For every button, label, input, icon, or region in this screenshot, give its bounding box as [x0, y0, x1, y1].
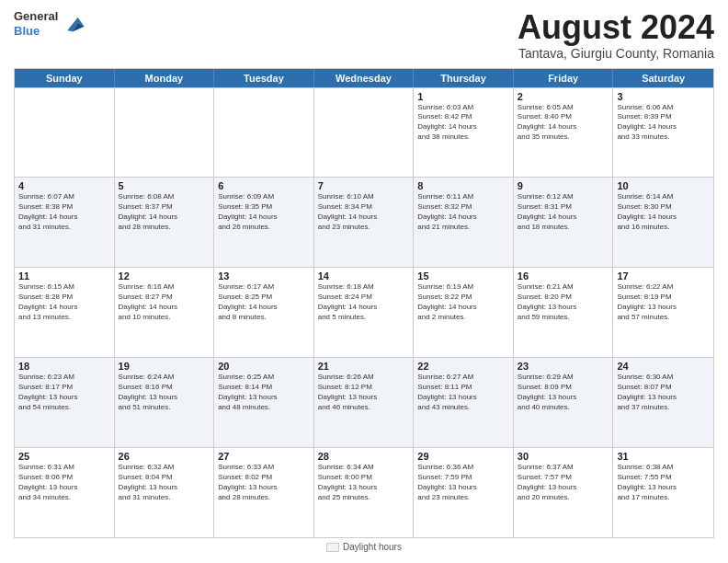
day-number: 7 [318, 180, 410, 191]
day-number: 15 [417, 270, 509, 282]
day-number: 17 [617, 270, 710, 282]
day-number: 1 [417, 91, 509, 102]
day-number: 30 [518, 451, 609, 462]
cell-info: Sunrise: 6:17 AM Sunset: 8:25 PM Dayligh… [218, 282, 310, 322]
cell-info: Sunrise: 6:34 AM Sunset: 8:00 PM Dayligh… [318, 463, 410, 502]
day-number: 6 [218, 180, 310, 191]
calendar-cell [314, 88, 415, 178]
cell-info: Sunrise: 6:25 AM Sunset: 8:14 PM Dayligh… [218, 373, 310, 412]
calendar-cell: 27Sunrise: 6:33 AM Sunset: 8:02 PM Dayli… [214, 448, 314, 537]
day-number: 3 [617, 91, 710, 102]
day-number: 19 [119, 361, 210, 372]
cell-info: Sunrise: 6:21 AM Sunset: 8:20 PM Dayligh… [518, 282, 609, 322]
legend: Daylight hours [326, 542, 402, 552]
location: Tantava, Giurgiu County, Romania [518, 46, 714, 61]
cell-info: Sunrise: 6:12 AM Sunset: 8:31 PM Dayligh… [518, 192, 609, 232]
calendar-cell: 12Sunrise: 6:16 AM Sunset: 8:27 PM Dayli… [115, 268, 215, 357]
calendar-row: 18Sunrise: 6:23 AM Sunset: 8:17 PM Dayli… [15, 357, 713, 447]
calendar-row: 1Sunrise: 6:03 AM Sunset: 8:42 PM Daylig… [15, 87, 713, 178]
cell-info: Sunrise: 6:05 AM Sunset: 8:40 PM Dayligh… [518, 103, 609, 143]
cell-info: Sunrise: 6:29 AM Sunset: 8:09 PM Dayligh… [518, 373, 609, 412]
calendar-cell: 18Sunrise: 6:23 AM Sunset: 8:17 PM Dayli… [15, 358, 115, 447]
calendar-cell: 17Sunrise: 6:22 AM Sunset: 8:19 PM Dayli… [613, 268, 713, 357]
day-number: 14 [318, 270, 410, 282]
cell-info: Sunrise: 6:06 AM Sunset: 8:39 PM Dayligh… [617, 103, 710, 143]
calendar-cell: 13Sunrise: 6:17 AM Sunset: 8:25 PM Dayli… [214, 268, 314, 357]
cell-info: Sunrise: 6:33 AM Sunset: 8:02 PM Dayligh… [218, 463, 310, 502]
calendar-cell: 26Sunrise: 6:32 AM Sunset: 8:04 PM Dayli… [115, 448, 215, 537]
weekday-header: Friday [514, 69, 614, 87]
legend-color [326, 543, 339, 552]
cell-info: Sunrise: 6:16 AM Sunset: 8:27 PM Dayligh… [119, 282, 210, 322]
day-number: 11 [18, 270, 110, 282]
cell-info: Sunrise: 6:07 AM Sunset: 8:38 PM Dayligh… [18, 192, 110, 232]
weekday-header: Sunday [15, 69, 115, 87]
calendar-cell [214, 88, 314, 178]
day-number: 4 [18, 180, 110, 191]
cell-info: Sunrise: 6:10 AM Sunset: 8:34 PM Dayligh… [318, 192, 410, 232]
footer: Daylight hours [14, 538, 714, 554]
header: General Blue August 2024 Tantava, Giurgi… [14, 9, 714, 61]
logo-text: General Blue [14, 9, 58, 38]
cell-info: Sunrise: 6:19 AM Sunset: 8:22 PM Dayligh… [417, 282, 509, 322]
month-title: August 2024 [518, 9, 714, 46]
calendar: SundayMondayTuesdayWednesdayThursdayFrid… [14, 68, 714, 538]
weekday-header: Saturday [613, 69, 713, 87]
cell-info: Sunrise: 6:26 AM Sunset: 8:12 PM Dayligh… [318, 373, 410, 412]
day-number: 5 [119, 180, 210, 191]
legend-label: Daylight hours [343, 542, 402, 552]
day-number: 23 [518, 361, 609, 372]
calendar-row: 25Sunrise: 6:31 AM Sunset: 8:06 PM Dayli… [15, 447, 713, 537]
calendar-cell: 4Sunrise: 6:07 AM Sunset: 8:38 PM Daylig… [15, 178, 115, 267]
day-number: 31 [617, 451, 710, 462]
cell-info: Sunrise: 6:15 AM Sunset: 8:28 PM Dayligh… [18, 282, 110, 322]
day-number: 18 [18, 361, 110, 372]
calendar-cell: 24Sunrise: 6:30 AM Sunset: 8:07 PM Dayli… [613, 358, 713, 447]
calendar-cell [115, 88, 215, 178]
calendar-cell [15, 88, 115, 178]
calendar-cell: 1Sunrise: 6:03 AM Sunset: 8:42 PM Daylig… [414, 88, 514, 178]
calendar-cell: 5Sunrise: 6:08 AM Sunset: 8:37 PM Daylig… [115, 178, 215, 267]
calendar-cell: 2Sunrise: 6:05 AM Sunset: 8:40 PM Daylig… [514, 88, 614, 178]
day-number: 2 [518, 91, 609, 102]
cell-info: Sunrise: 6:03 AM Sunset: 8:42 PM Dayligh… [417, 103, 509, 143]
calendar-cell: 3Sunrise: 6:06 AM Sunset: 8:39 PM Daylig… [613, 88, 713, 178]
cell-info: Sunrise: 6:36 AM Sunset: 7:59 PM Dayligh… [417, 463, 509, 502]
cell-info: Sunrise: 6:24 AM Sunset: 8:16 PM Dayligh… [119, 373, 210, 412]
day-number: 26 [119, 451, 210, 462]
weekday-header: Wednesday [314, 69, 415, 87]
calendar-cell: 14Sunrise: 6:18 AM Sunset: 8:24 PM Dayli… [314, 268, 415, 357]
calendar-cell: 29Sunrise: 6:36 AM Sunset: 7:59 PM Dayli… [414, 448, 514, 537]
day-number: 8 [417, 180, 509, 191]
calendar-cell: 20Sunrise: 6:25 AM Sunset: 8:14 PM Dayli… [214, 358, 314, 447]
calendar-cell: 11Sunrise: 6:15 AM Sunset: 8:28 PM Dayli… [15, 268, 115, 357]
calendar-cell: 19Sunrise: 6:24 AM Sunset: 8:16 PM Dayli… [115, 358, 215, 447]
cell-info: Sunrise: 6:23 AM Sunset: 8:17 PM Dayligh… [18, 373, 110, 412]
cell-info: Sunrise: 6:22 AM Sunset: 8:19 PM Dayligh… [617, 282, 710, 322]
calendar-cell: 31Sunrise: 6:38 AM Sunset: 7:55 PM Dayli… [613, 448, 713, 537]
calendar-cell: 28Sunrise: 6:34 AM Sunset: 8:00 PM Dayli… [314, 448, 415, 537]
calendar-cell: 16Sunrise: 6:21 AM Sunset: 8:20 PM Dayli… [514, 268, 614, 357]
logo: General Blue [14, 9, 85, 38]
day-number: 16 [518, 270, 609, 282]
calendar-header: SundayMondayTuesdayWednesdayThursdayFrid… [15, 69, 713, 87]
cell-info: Sunrise: 6:38 AM Sunset: 7:55 PM Dayligh… [617, 463, 710, 502]
calendar-cell: 10Sunrise: 6:14 AM Sunset: 8:30 PM Dayli… [613, 178, 713, 267]
calendar-cell: 21Sunrise: 6:26 AM Sunset: 8:12 PM Dayli… [314, 358, 415, 447]
day-number: 21 [318, 361, 410, 372]
calendar-cell: 9Sunrise: 6:12 AM Sunset: 8:31 PM Daylig… [514, 178, 614, 267]
title-area: August 2024 Tantava, Giurgiu County, Rom… [518, 9, 714, 61]
calendar-cell: 30Sunrise: 6:37 AM Sunset: 7:57 PM Dayli… [514, 448, 614, 537]
cell-info: Sunrise: 6:32 AM Sunset: 8:04 PM Dayligh… [119, 463, 210, 502]
cell-info: Sunrise: 6:14 AM Sunset: 8:30 PM Dayligh… [617, 192, 710, 232]
day-number: 22 [417, 361, 509, 372]
calendar-cell: 15Sunrise: 6:19 AM Sunset: 8:22 PM Dayli… [414, 268, 514, 357]
calendar-row: 4Sunrise: 6:07 AM Sunset: 8:38 PM Daylig… [15, 177, 713, 267]
cell-info: Sunrise: 6:18 AM Sunset: 8:24 PM Dayligh… [318, 282, 410, 322]
weekday-header: Tuesday [214, 69, 314, 87]
calendar-cell: 7Sunrise: 6:10 AM Sunset: 8:34 PM Daylig… [314, 178, 415, 267]
cell-info: Sunrise: 6:27 AM Sunset: 8:11 PM Dayligh… [417, 373, 509, 412]
cell-info: Sunrise: 6:09 AM Sunset: 8:35 PM Dayligh… [218, 192, 310, 232]
calendar-body: 1Sunrise: 6:03 AM Sunset: 8:42 PM Daylig… [15, 87, 713, 537]
day-number: 29 [417, 451, 509, 462]
